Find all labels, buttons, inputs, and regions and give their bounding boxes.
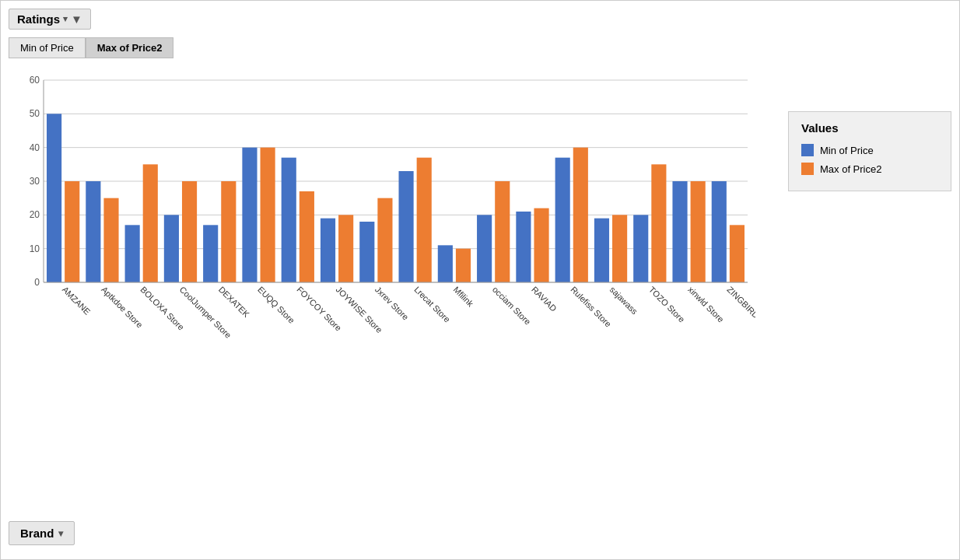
svg-rect-63 xyxy=(691,181,706,282)
legend-label-min: Min of Price xyxy=(820,145,874,156)
filter-icon: ▼ xyxy=(71,12,82,26)
legend-title: Values xyxy=(801,121,938,135)
svg-text:Rulefiss Store: Rulefiss Store xyxy=(569,285,613,329)
svg-rect-59 xyxy=(633,215,648,282)
main-container: Ratings ▾ ▼ Min of Price Max of Price2 0… xyxy=(0,0,960,560)
svg-rect-35 xyxy=(321,219,335,282)
svg-rect-24 xyxy=(182,181,197,282)
svg-text:Mfilink: Mfilink xyxy=(452,285,476,309)
svg-rect-54 xyxy=(573,148,588,282)
svg-rect-53 xyxy=(555,158,570,282)
svg-text:ZINGBIRD Store: ZINGBIRD Store xyxy=(725,285,755,336)
svg-text:30: 30 xyxy=(30,176,40,187)
svg-text:0: 0 xyxy=(34,277,40,288)
svg-text:EUQQ Store: EUQQ Store xyxy=(256,285,296,325)
dropdown-arrow: ▾ xyxy=(63,14,68,24)
svg-rect-45 xyxy=(456,249,471,282)
svg-text:sajawass: sajawass xyxy=(608,285,640,317)
svg-rect-51 xyxy=(534,208,548,282)
svg-text:occiam Store: occiam Store xyxy=(491,285,533,327)
svg-rect-60 xyxy=(651,164,666,282)
svg-text:Lrecat Store: Lrecat Store xyxy=(412,285,452,324)
svg-rect-48 xyxy=(495,181,510,282)
svg-rect-47 xyxy=(477,215,492,282)
svg-rect-29 xyxy=(242,148,257,282)
brand-filter-row: Brand ▾ xyxy=(9,521,75,545)
min-price-button[interactable]: Min of Price xyxy=(9,37,86,58)
svg-rect-41 xyxy=(399,171,414,282)
svg-rect-36 xyxy=(338,215,353,282)
svg-rect-15 xyxy=(65,181,79,282)
filter-row: Ratings ▾ ▼ xyxy=(9,9,951,30)
svg-text:AMZANE: AMZANE xyxy=(61,285,93,317)
svg-rect-56 xyxy=(594,219,609,282)
svg-rect-50 xyxy=(516,212,531,282)
svg-text:DEXATEK: DEXATEK xyxy=(217,285,252,320)
svg-rect-44 xyxy=(438,245,453,282)
svg-rect-65 xyxy=(712,181,727,282)
legend-color-min xyxy=(801,144,814,156)
svg-rect-21 xyxy=(143,164,158,282)
svg-rect-17 xyxy=(86,181,100,282)
svg-text:xinwld Store: xinwld Store xyxy=(686,285,726,324)
chart-area: 0102030405060AMZANEAptkdoe StoreBOLOXA S… xyxy=(9,65,773,438)
chart-wrapper: 0102030405060AMZANEAptkdoe StoreBOLOXA S… xyxy=(9,65,951,438)
max-price2-button[interactable]: Max of Price2 xyxy=(86,37,174,58)
svg-text:10: 10 xyxy=(30,243,40,254)
svg-text:TOZO Store: TOZO Store xyxy=(647,285,687,324)
svg-rect-42 xyxy=(417,158,432,282)
svg-rect-30 xyxy=(261,148,275,282)
svg-text:60: 60 xyxy=(30,75,40,86)
brand-dropdown-arrow: ▾ xyxy=(58,528,63,539)
svg-text:RAVIAD: RAVIAD xyxy=(530,285,559,313)
svg-text:50: 50 xyxy=(30,108,40,119)
legend-color-max xyxy=(801,163,814,175)
svg-rect-33 xyxy=(300,191,314,282)
svg-rect-39 xyxy=(377,198,392,282)
svg-rect-66 xyxy=(730,225,745,282)
legend-item-max: Max of Price2 xyxy=(801,163,938,175)
ratings-filter-button[interactable]: Ratings ▾ ▼ xyxy=(9,9,91,30)
brand-filter-button[interactable]: Brand ▾ xyxy=(9,521,75,545)
legend-item-min: Min of Price xyxy=(801,144,938,156)
svg-rect-14 xyxy=(47,114,61,282)
svg-rect-57 xyxy=(612,215,627,282)
svg-rect-20 xyxy=(125,225,140,282)
measure-row: Min of Price Max of Price2 xyxy=(9,37,951,58)
svg-text:Jxrev Store: Jxrev Store xyxy=(373,285,411,322)
svg-rect-27 xyxy=(221,181,236,282)
svg-rect-23 xyxy=(164,215,179,282)
bar-chart: 0102030405060AMZANEAptkdoe StoreBOLOXA S… xyxy=(9,65,755,438)
brand-label: Brand xyxy=(20,527,54,540)
svg-text:Aptkdoe Store: Aptkdoe Store xyxy=(100,285,145,330)
svg-rect-18 xyxy=(103,198,118,282)
svg-rect-38 xyxy=(359,222,374,282)
svg-rect-26 xyxy=(203,225,218,282)
svg-rect-62 xyxy=(672,181,687,282)
legend-label-max: Max of Price2 xyxy=(820,163,881,175)
legend-box: Values Min of Price Max of Price2 xyxy=(788,111,951,191)
svg-text:20: 20 xyxy=(30,209,40,220)
ratings-label: Ratings xyxy=(17,12,60,26)
svg-rect-32 xyxy=(282,158,296,282)
svg-text:40: 40 xyxy=(30,142,40,153)
